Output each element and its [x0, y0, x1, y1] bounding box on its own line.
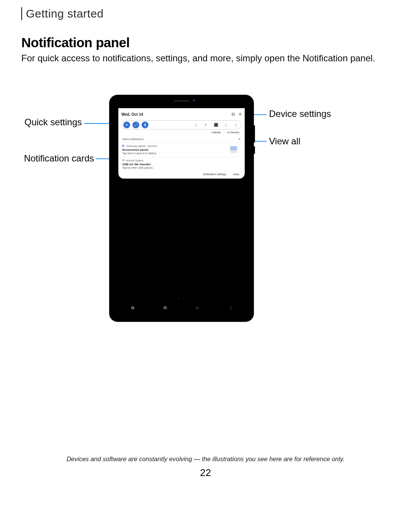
notification-app: Samsung capture	[126, 145, 146, 147]
media-button[interactable]: Media	[211, 131, 220, 134]
notification-card[interactable]: ◧ Samsung capture 10/13/20 Screenshot sa…	[121, 142, 242, 155]
devices-button[interactable]: Devices	[227, 131, 239, 134]
notification-subtitle: Tap for other USB options.	[122, 166, 241, 169]
portrait-icon[interactable]: ▯	[193, 121, 199, 128]
disclaimer-text: Devices and software are constantly evol…	[0, 455, 411, 463]
app-icon: ◧	[122, 144, 125, 147]
notification-thumbnail	[230, 146, 237, 153]
quick-settings-row: 🔊 ▯ ✈ ⬛ ▯ ▯	[121, 120, 242, 129]
airplane-icon[interactable]: ✈	[202, 121, 209, 128]
notification-panel: Wed, Oct 14 ⏻ ⚙ 🔊 ▯	[118, 108, 245, 179]
notification-title: Screenshot saved	[122, 148, 241, 152]
tablet-screen: Wed, Oct 14 ⏻ ⚙ 🔊 ▯	[117, 108, 246, 315]
home-nav-icon[interactable]: ○	[196, 305, 199, 310]
back-nav-icon[interactable]: 〈	[228, 305, 232, 311]
screenshot-icon[interactable]: ▯	[232, 121, 239, 128]
panel-date: Wed, Oct 14	[121, 112, 143, 117]
power-icon[interactable]: ⏻	[231, 112, 235, 116]
silent-notifications-header: Silent notifications	[122, 138, 143, 141]
tablet-illustration: Wed, Oct 14 ⏻ ⚙ 🔊 ▯	[109, 95, 254, 322]
battery-icon[interactable]: ▯	[222, 121, 229, 128]
tablet-power-button	[254, 146, 255, 154]
tablet-speaker	[174, 100, 189, 102]
wifi-icon[interactable]	[123, 121, 130, 128]
gear-icon[interactable]: ⚙	[239, 112, 242, 116]
callout-view-all: View all	[269, 136, 300, 147]
app-icon: ⚙	[122, 159, 124, 162]
callout-device-settings: Device settings	[269, 109, 331, 119]
screenshot-nav-icon[interactable]: ⧉	[131, 305, 134, 310]
notification-card[interactable]: ⚙ Android System USB for file transfer T…	[121, 157, 242, 170]
recents-nav-icon[interactable]: III	[163, 305, 167, 310]
tablet-camera	[193, 99, 195, 101]
breadcrumb: Getting started	[21, 7, 104, 20]
notification-subtitle: Tap here to open it in Gallery.	[122, 152, 241, 155]
notification-settings-button[interactable]: Notification settings	[203, 173, 226, 176]
page-indicator: • •	[117, 297, 246, 300]
flashlight-icon[interactable]: ⬛	[212, 121, 219, 128]
clear-button[interactable]: Clear	[233, 173, 239, 176]
section-body: For quick access to notifications, setti…	[21, 52, 390, 65]
callout-quick-settings: Quick settings	[0, 117, 82, 128]
bluetooth-icon[interactable]	[142, 121, 148, 128]
navigation-bar: ⧉ III ○ 〈	[117, 303, 246, 313]
notification-title: USB for file transfer	[122, 163, 241, 166]
tablet-volume-button	[254, 125, 255, 142]
sound-icon[interactable]: 🔊	[132, 121, 139, 128]
notification-time: 10/13/20	[147, 145, 157, 147]
close-icon[interactable]: ✕	[238, 137, 241, 141]
panel-sub-row: Media | Devices	[121, 131, 239, 134]
page-number: 22	[0, 467, 411, 479]
callout-notification-cards: Notification cards	[0, 153, 94, 164]
section-title: Notification panel	[21, 35, 130, 50]
notification-app: Android System	[126, 159, 143, 162]
